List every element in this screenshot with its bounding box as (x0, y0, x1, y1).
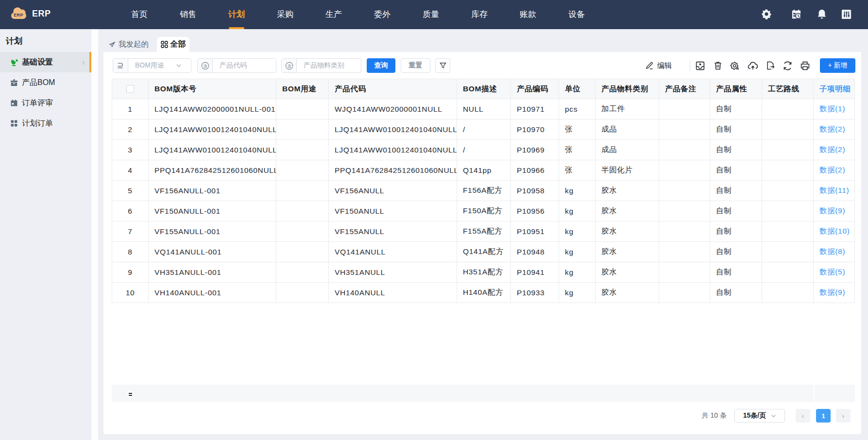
svg-text:含: 含 (203, 63, 207, 68)
svg-text:ERP: ERP (14, 13, 23, 17)
svg-text:含: 含 (287, 63, 291, 68)
